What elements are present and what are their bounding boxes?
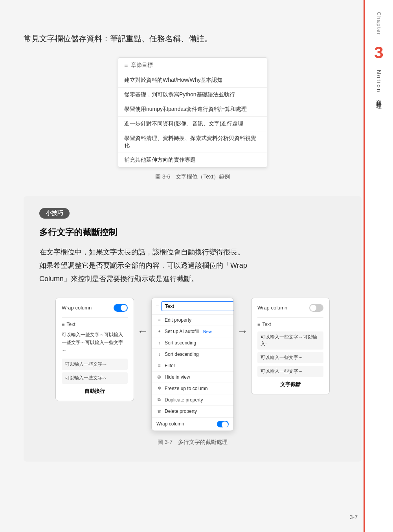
tip-box: 小技巧 多行文字的截斷控制 在文字欄位中，如果文字太長的話，該欄位會自動換行變得… — [24, 196, 362, 462]
left-panel: Wrap column ≡ Text 可以輸入一些文字～可以輸入 一些文字～可以… — [55, 298, 134, 401]
tip-title: 多行文字的截斷控制 — [39, 226, 346, 238]
left-wrap-label: Wrap column — [62, 305, 92, 311]
menu-item-hide[interactable]: ◎ Hide in view — [152, 372, 233, 383]
figure6-box: ≡ 章節目標 建立對於資料的What/How/Why基本認知 從零基礎，到可以撰… — [118, 57, 267, 168]
arrow-right: → — [234, 325, 251, 338]
figure6-item-3: 進一步針對不同資料(影像、音訊、文字)進行處理 — [118, 117, 267, 131]
menu-filter-label: Filter — [165, 363, 175, 368]
menu-del-label: Delete property — [165, 409, 197, 414]
left-row2: 可以輸入一些文字～ — [62, 372, 128, 384]
figure6-header-text: 章節目標 — [131, 62, 153, 69]
tip-line3: Column」來控制是否需要換行顯示或是進行截斷。 — [39, 275, 198, 283]
figure6-item-1: 從零基礎，到可以撰寫Python基礎語法並執行 — [118, 88, 267, 102]
menu-item-freeze[interactable]: ❄ Freeze up to column — [152, 383, 233, 394]
menu-dup-icon: ⧉ — [156, 397, 162, 402]
left-panel-row: Wrap column — [62, 304, 128, 312]
menu-bottom-row: Wrap column — [152, 417, 233, 431]
tip-badge: 小技巧 — [39, 208, 70, 219]
left-content-line3: ～ — [62, 348, 66, 353]
right-row2: 可以輸入一些文字～ — [257, 352, 323, 363]
right-text-header-label: Text — [263, 322, 271, 327]
page-number: 3-7 — [350, 514, 358, 520]
tip-line2: 如果希望調整它是否要顯示全部的內容，可以透過該欄位的「Wrap — [39, 261, 247, 269]
menu-filter-icon: ≡ — [156, 363, 162, 368]
arrow-left: ← — [134, 325, 151, 338]
right-arrow-symbol: → — [237, 325, 248, 338]
menu-bottom-toggle[interactable] — [217, 421, 229, 427]
menu-freeze-label: Freeze up to column — [165, 386, 208, 391]
figure6-item-0: 建立對於資料的What/How/Why基本認知 — [118, 73, 267, 88]
menu-edit-label: Edit property — [165, 317, 191, 323]
left-content-line2: 一些文字～可以輸入一些文字 — [62, 340, 123, 345]
right-panel-row: Wrap column — [257, 304, 323, 312]
right-panel: Wrap column ≡ Text 可以輸入一些文字～可以輸入- 可以輸入一些… — [251, 298, 330, 394]
menu-hide-icon: ◎ — [156, 374, 162, 379]
left-footer: 自動換行 — [62, 388, 128, 395]
menu-ai-icon: ✦ — [156, 329, 162, 333]
menu-hide-label: Hide in view — [165, 374, 190, 380]
right-row1: 可以輸入一些文字～可以輸入- — [257, 331, 323, 350]
left-text-section: ≡ Text 可以輸入一些文字～可以輸入 一些文字～可以輸入一些文字 ～ — [62, 317, 128, 355]
figure6-item-2: 學習使用numpy和pandas套件進行資料計算和處理 — [118, 102, 267, 117]
menu-ai-label: Set up AI autofill — [165, 329, 199, 334]
menu-box: ≡ ≡ Edit property ✦ Set up AI autofill N… — [151, 298, 234, 431]
right-wrap-label: Wrap column — [257, 305, 287, 311]
right-sidebar: Chapter 3 Notion 資料管理 — [364, 0, 393, 532]
menu-item-edit-property[interactable]: ≡ Edit property — [152, 315, 233, 326]
menu-item-sort-asc[interactable]: ↑ Sort ascending — [152, 337, 233, 349]
left-row1: 可以輸入一些文字～ — [62, 359, 128, 370]
lines-icon: ≡ — [124, 62, 128, 69]
right-text-header: ≡ Text — [257, 322, 323, 328]
menu-bottom-label: Wrap column — [156, 421, 184, 427]
chapter-number: 3 — [374, 43, 383, 62]
menu-item-ai-autofill[interactable]: ✦ Set up AI autofill New — [152, 326, 233, 337]
left-content-line1: 可以輸入一些文字～可以輸入 — [62, 332, 123, 337]
menu-del-icon: 🗑 — [156, 409, 162, 414]
menu-sort-asc-icon: ↑ — [156, 340, 162, 346]
left-arrow-symbol: ← — [137, 325, 148, 338]
right-footer: 文字截斷 — [257, 381, 323, 388]
figure7-container: Wrap column ≡ Text 可以輸入一些文字～可以輸入 一些文字～可以… — [39, 298, 346, 431]
right-toggle-off — [309, 304, 323, 312]
intro-text: 常見文字欄位儲存資料：筆記重點、任務名稱、備註。 — [24, 31, 362, 46]
figure6-item-4: 學習資料清理、資料轉換、探索式資料分析與資料視覺化 — [118, 131, 267, 153]
right-text-section: ≡ Text — [257, 317, 323, 328]
left-lines-icon: ≡ — [62, 322, 65, 328]
figure6-caption: 圖 3-6 文字欄位（Text）範例 — [24, 173, 362, 180]
menu-input-row: ≡ — [152, 298, 233, 315]
menu-freeze-icon: ❄ — [156, 386, 162, 391]
menu-sort-desc-icon: ↓ — [156, 352, 162, 357]
menu-sort-desc-label: Sort descending — [165, 352, 199, 357]
main-content: 常見文字欄位儲存資料：筆記重點、任務名稱、備註。 ≡ 章節目標 建立對於資料的W… — [24, 0, 362, 462]
menu-item-sort-desc[interactable]: ↓ Sort descending — [152, 349, 233, 360]
chapter-label: Chapter — [376, 12, 382, 35]
figure6-item-5: 補充其他延伸方向的實作專題 — [118, 153, 267, 167]
figure6-header: ≡ 章節目標 — [118, 58, 267, 73]
menu-edit-icon: ≡ — [156, 317, 162, 323]
left-text-header-label: Text — [67, 322, 75, 327]
tip-body: 在文字欄位中，如果文字太長的話，該欄位會自動換行變得很長。 如果希望調整它是否要… — [39, 245, 346, 286]
chapter-title: Notion 資料管理 — [375, 70, 382, 100]
left-toggle-on — [114, 304, 128, 312]
right-lines-icon: ≡ — [257, 322, 261, 328]
menu-ai-new: New — [203, 329, 212, 334]
menu-item-duplicate[interactable]: ⧉ Duplicate property — [152, 394, 233, 406]
center-panel: ≡ ≡ Edit property ✦ Set up AI autofill N… — [151, 298, 234, 431]
left-text-content: 可以輸入一些文字～可以輸入 一些文字～可以輸入一些文字 ～ — [62, 331, 128, 355]
menu-item-delete[interactable]: 🗑 Delete property — [152, 406, 233, 417]
menu-sort-asc-label: Sort ascending — [165, 340, 196, 346]
menu-lines-icon: ≡ — [156, 303, 159, 309]
menu-dup-label: Duplicate property — [165, 397, 203, 403]
tip-line1: 在文字欄位中，如果文字太長的話，該欄位會自動換行變得很長。 — [39, 248, 244, 256]
figure7-caption: 圖 3-7 多行文字的截斷處理 — [39, 439, 346, 446]
right-row3: 可以輸入一些文字～ — [257, 366, 323, 377]
menu-item-filter[interactable]: ≡ Filter — [152, 360, 233, 372]
menu-input-field[interactable] — [161, 301, 234, 311]
left-text-header: ≡ Text — [62, 322, 128, 328]
